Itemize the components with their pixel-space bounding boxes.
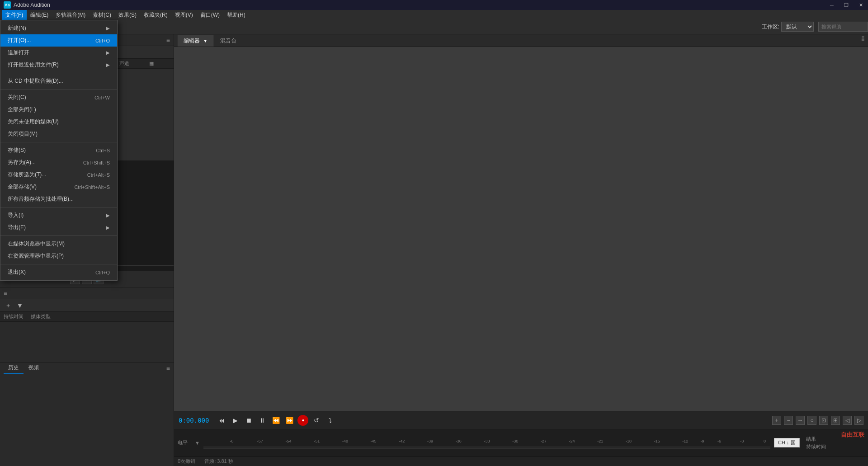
tick-27: -27 [541, 439, 547, 443]
media-panel-header: ≡ [0, 287, 174, 299]
menu-close-all[interactable]: 全部关闭(L) [0, 104, 117, 116]
restore-button[interactable]: ❐ [839, 0, 854, 10]
transport-play[interactable]: ▶ [230, 415, 241, 426]
menu-show-explorer[interactable]: 在资源管理器中显示(P) [0, 250, 117, 262]
media-panel: ≡ + ▼ 持续时间 媒体类型 [0, 287, 174, 362]
transport-bar: 0:00.000 ⏮ ▶ ⏹ ⏸ ⏪ ⏩ ● ↺ ⤵ + − ↔ ○ ⊡ ⊞ ◁… [174, 411, 868, 429]
menu-close-project[interactable]: 关闭项目(M) [0, 128, 117, 140]
menu-exit-shortcut: Ctrl+Q [95, 270, 110, 275]
watermark: 自由互联 [841, 431, 864, 439]
menu-open-recent[interactable]: 打开最近使用文件(R) ▶ [0, 59, 117, 71]
zoom-all-btn[interactable]: ⊞ [831, 416, 840, 425]
tick-48: -48 [342, 439, 348, 443]
tick-8: -8 [230, 439, 234, 443]
menu-close-project-label: 关闭项目(M) [8, 130, 38, 138]
app-icon: Aa [4, 1, 11, 9]
media-toolbar: + ▼ [0, 299, 174, 312]
search-input[interactable] [818, 22, 868, 32]
zoom-right-btn[interactable]: ▷ [854, 416, 863, 425]
menu-import[interactable]: 导入(I) ▶ [0, 209, 117, 221]
level-dropdown[interactable]: ▼ [195, 440, 200, 446]
menu-extract-cd[interactable]: 从 CD 中提取音频(D)... [0, 75, 117, 87]
media-panel-collapse[interactable]: ≡ [4, 290, 7, 297]
files-panel-collapse[interactable]: ≡ [166, 37, 170, 44]
menu-bar: 文件(F) 编辑(E) 多轨混音(M) 素材(C) 效果(S) 收藏夹(R) 视… [0, 10, 868, 20]
editor-area [174, 47, 868, 411]
status-undo-text: 0次撤销 [178, 458, 195, 465]
menu-file[interactable]: 文件(F) [2, 10, 27, 20]
transport-loop-record[interactable]: ↺ [311, 415, 322, 426]
tab-editor-dropdown[interactable]: ▼ [203, 38, 208, 43]
menu-save-all[interactable]: 全部存储(V) Ctrl+Shift+Alt+S [0, 181, 117, 193]
app-title: Adobe Audition [14, 2, 50, 8]
zoom-out-btn[interactable]: − [784, 416, 793, 425]
transport-pause[interactable]: ⏸ [257, 415, 268, 426]
history-panel-collapse[interactable]: ≡ [166, 365, 170, 372]
menu-export-label: 导出(E) [8, 224, 26, 231]
level-meter-container: -8 -57 -54 -51 -48 -45 -42 -39 -36 -33 -… [203, 437, 770, 449]
zoom-left-btn[interactable]: ◁ [843, 416, 852, 425]
menu-add-open[interactable]: 追加打开 ▶ [0, 47, 117, 59]
menu-open-recent-label: 打开最近使用文件(R) [8, 61, 59, 69]
menu-new-label: 新建(N) [8, 24, 26, 32]
tick-3: -3 [740, 439, 744, 443]
tab-editor[interactable]: 编辑器 ▼ [178, 35, 213, 47]
right-area: 编辑器 ▼ 混音台 ≡ 0:00.000 ⏮ ▶ ⏹ ⏸ ⏪ ⏩ ● ↺ ⤵ +… [174, 34, 868, 466]
menu-view[interactable]: 视图(V) [171, 10, 197, 20]
tick-42: -42 [399, 439, 405, 443]
menu-clip[interactable]: 素材(C) [89, 10, 115, 20]
level-scale: -8 -57 -54 -51 -48 -45 -42 -39 -36 -33 -… [203, 437, 770, 446]
menu-open-shortcut: Ctrl+O [95, 38, 110, 43]
menu-multitrack[interactable]: 多轨混音(M) [52, 10, 89, 20]
level-meter-l [203, 447, 770, 447]
menu-save-as[interactable]: 另存为(A)... Ctrl+Shift+S [0, 156, 117, 169]
menu-window[interactable]: 窗口(W) [197, 10, 223, 20]
ch-tooltip[interactable]: CH ↓ 国 [774, 438, 800, 447]
menu-save[interactable]: 存储(S) Ctrl+S [0, 144, 117, 156]
zoom-reset-btn[interactable]: ○ [807, 416, 816, 425]
col-ch-header: 声道 [118, 60, 145, 67]
zoom-fit-btn[interactable]: ↔ [796, 416, 805, 425]
menu-save-batch[interactable]: 所有音频存储为批处理(B)... [0, 193, 117, 205]
menu-edit[interactable]: 编辑(E) [27, 10, 52, 20]
media-add-btn[interactable]: + [3, 300, 14, 311]
menu-save-batch-label: 所有音频存储为批处理(B)... [8, 195, 74, 203]
transport-stop[interactable]: ⏹ [243, 415, 254, 426]
workspace-label: 工作区: [762, 23, 779, 31]
menu-effect[interactable]: 效果(S) [115, 10, 140, 20]
menu-favorites[interactable]: 收藏夹(R) [140, 10, 171, 20]
tab-mix[interactable]: 混音台 [214, 35, 242, 47]
transport-record[interactable]: ● [297, 415, 308, 426]
tab-video[interactable]: 视频 [24, 362, 43, 374]
menu-close[interactable]: 关闭(C) Ctrl+W [0, 91, 117, 104]
transport-punch-in[interactable]: ⤵ [325, 415, 335, 426]
workspace-dropdown[interactable]: 默认 [781, 22, 814, 32]
zoom-in-btn[interactable]: + [772, 416, 781, 425]
menu-close-unused[interactable]: 关闭未使用的媒体(U) [0, 116, 117, 128]
zoom-sel-btn[interactable]: ⊡ [819, 416, 828, 425]
menu-show-browser[interactable]: 在媒体浏览器中显示(M) [0, 238, 117, 250]
menu-new[interactable]: 新建(N) ▶ [0, 22, 117, 34]
close-button[interactable]: ✕ [854, 0, 868, 10]
minimize-button[interactable]: ─ [825, 0, 839, 10]
transport-prev[interactable]: ⏪ [270, 415, 281, 426]
transport-next[interactable]: ⏩ [284, 415, 295, 426]
menu-open[interactable]: 打开(O)... Ctrl+O [0, 34, 117, 47]
media-col-duration-header: 持续时间 [0, 313, 27, 320]
menu-save-shortcut: Ctrl+S [96, 148, 110, 153]
transport-return-start[interactable]: ⏮ [216, 415, 227, 426]
separator-4 [0, 207, 117, 207]
media-filter-btn[interactable]: ▼ [14, 300, 25, 311]
menu-help[interactable]: 帮助(H) [223, 10, 249, 20]
menu-show-explorer-label: 在资源管理器中显示(P) [8, 252, 64, 260]
time-display: 0:00.000 [179, 417, 209, 424]
menu-save-sel-as[interactable]: 存储所选为(T)... Ctrl+Alt+S [0, 169, 117, 181]
menu-export[interactable]: 导出(E) ▶ [0, 221, 117, 234]
menu-add-open-arrow: ▶ [106, 50, 110, 55]
tick-39: -39 [427, 439, 433, 443]
menu-exit[interactable]: 退出(X) Ctrl+Q [0, 266, 117, 278]
tab-history[interactable]: 历史 [4, 362, 24, 374]
result-label: 结果 [806, 436, 826, 442]
menu-export-arrow: ▶ [106, 225, 110, 230]
level-panel-collapse[interactable]: ≡ [862, 34, 864, 40]
